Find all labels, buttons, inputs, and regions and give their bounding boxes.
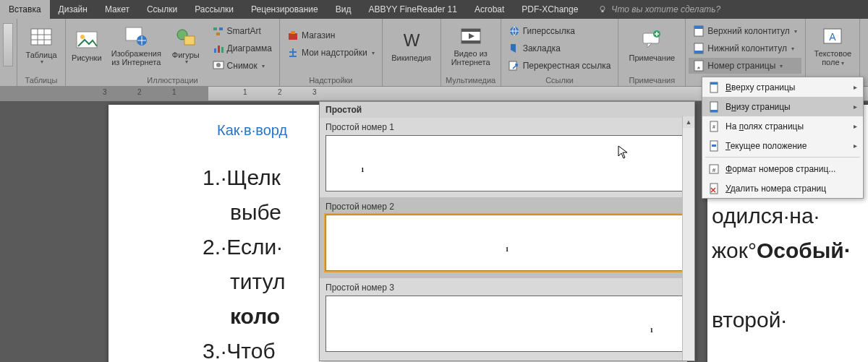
svg-rect-15 (216, 33, 220, 35)
online-pictures-button[interactable]: Изображения из Интернета (109, 20, 163, 71)
pages-sliver-icon[interactable] (3, 23, 13, 66)
svg-rect-21 (289, 33, 297, 40)
tab-acrobat[interactable]: Acrobat (466, 0, 513, 19)
comment-icon (640, 29, 663, 52)
format-icon: # (708, 163, 720, 175)
submenu-arrow-icon: ▸ (854, 83, 857, 91)
tell-me-search[interactable]: Что вы хотите сделать? (598, 4, 720, 14)
lightbulb-icon (598, 5, 607, 14)
online-picture-icon (124, 25, 148, 48)
menu-bottom-of-page[interactable]: Внизу страницы ▸ (702, 97, 863, 116)
group-pages-sliver (0, 19, 17, 86)
menu-page-margins[interactable]: # На полях страницы ▸ (702, 116, 863, 136)
bookmark-button[interactable]: Закладка (504, 40, 616, 56)
svg-rect-26 (461, 40, 480, 43)
gallery-item-1[interactable]: Простой номер 1 1 (320, 118, 694, 191)
gallery-item-3[interactable]: Простой номер 3 1 (320, 278, 694, 352)
header-button[interactable]: Верхний колонтитул▾ (689, 23, 801, 39)
svg-marker-32 (647, 43, 652, 48)
page-bottom-icon (708, 101, 720, 113)
page-number-button[interactable]: # Номер страницы▾ (689, 58, 801, 74)
gallery-item-2[interactable]: Простой номер 2 1 (320, 197, 694, 278)
smartart-icon (213, 25, 224, 37)
tab-mailings[interactable]: Рассылки (186, 0, 242, 19)
dropdown-icon: ▾ (185, 59, 188, 66)
menu-remove-page-numbers[interactable]: Удалить номера страниц (702, 178, 863, 198)
page-margin-icon: # (708, 121, 720, 132)
tab-abbyy[interactable]: ABBYY FineReader 11 (359, 0, 466, 19)
svg-point-20 (216, 63, 221, 67)
dropdown-icon: ▾ (794, 28, 797, 35)
menu-format-page-numbers[interactable]: # Формат номеров страниц... (702, 159, 863, 178)
bookmark-icon (509, 43, 520, 54)
shapes-button[interactable]: Фигуры▾ (168, 20, 204, 71)
tab-view[interactable]: Вид (327, 0, 360, 19)
tab-design[interactable]: Дизайн (50, 0, 96, 19)
doc-body-right: одился·на· жок°Особый· ¶ второй· (712, 199, 868, 337)
menu-top-of-page[interactable]: Вверху страницы ▸ (702, 77, 863, 97)
crossref-icon (509, 60, 520, 72)
svg-rect-37 (694, 51, 703, 53)
comment-button[interactable]: Примечание (621, 20, 682, 71)
group-comments: Примечание Примечания (618, 19, 686, 86)
footer-icon (693, 43, 705, 54)
chart-button[interactable]: Диаграмма (208, 40, 276, 56)
group-media-label: Мультимедиа (444, 74, 498, 86)
group-tables: Таблица▾ Таблицы (17, 19, 66, 86)
crossref-button[interactable]: Перекрестная ссылка (504, 58, 616, 74)
gallery-scrollbar[interactable]: ▲ (682, 116, 694, 361)
svg-text:W: W (403, 30, 420, 50)
table-icon (30, 26, 53, 49)
svg-text:#: # (712, 167, 716, 173)
wikipedia-button[interactable]: W Википедия (386, 20, 438, 71)
tab-pdfxchange[interactable]: PDF-XChange (513, 0, 587, 19)
svg-rect-43 (710, 82, 718, 85)
store-button[interactable]: Магазин (283, 27, 379, 43)
addins-icon (287, 47, 299, 59)
page-number-submenu: Вверху страницы ▸ Внизу страницы ▸ # На … (702, 77, 864, 199)
tab-layout[interactable]: Макет (96, 0, 138, 19)
svg-rect-18 (221, 47, 224, 53)
svg-rect-22 (291, 31, 295, 34)
svg-rect-17 (218, 46, 220, 53)
page-number-gallery: Простой Простой номер 1 1 Простой номер … (319, 101, 695, 361)
smartart-button[interactable]: SmartArt (208, 23, 276, 39)
screenshot-icon (213, 60, 224, 72)
video-icon (459, 25, 482, 48)
header-icon (693, 25, 705, 37)
menu-current-position[interactable]: Текущее положение ▸ (702, 136, 863, 155)
group-illustrations: Рисунки Изображения из Интернета Фигуры▾… (66, 19, 280, 86)
group-illustrations-label: Иллюстрации (69, 74, 276, 86)
table-button[interactable]: Таблица▾ (20, 20, 62, 71)
submenu-arrow-icon: ▸ (854, 122, 857, 130)
submenu-arrow-icon: ▸ (854, 142, 857, 150)
my-addins-button[interactable]: Мои надстройки▾ (283, 45, 379, 61)
screenshot-button[interactable]: Снимок▾ (208, 58, 276, 74)
remove-icon (708, 183, 720, 194)
gallery-preview-1: 1 (326, 135, 689, 191)
textbox-button[interactable]: A Текстовое поле▾ (809, 20, 856, 71)
pictures-button[interactable]: Рисунки (69, 20, 105, 71)
scroll-up-icon[interactable]: ▲ (683, 116, 694, 128)
svg-rect-12 (184, 36, 195, 45)
group-addins-label: Надстройки (283, 74, 379, 86)
dropdown-icon: ▾ (41, 59, 43, 66)
group-tables-label: Таблицы (20, 74, 62, 86)
svg-rect-25 (461, 29, 480, 32)
hyperlink-icon (509, 25, 520, 37)
online-video-button[interactable]: Видео из Интернета (444, 20, 498, 71)
svg-rect-14 (219, 27, 223, 30)
footer-button[interactable]: Нижний колонтитул▾ (689, 40, 801, 56)
menu-separator (705, 157, 860, 158)
tell-me-placeholder: Что вы хотите сделать? (611, 4, 720, 14)
dropdown-icon: ▾ (841, 60, 844, 66)
page-number-icon: # (693, 60, 705, 72)
tab-review[interactable]: Рецензирование (242, 0, 327, 19)
svg-rect-45 (710, 110, 718, 112)
textbox-icon: A (821, 25, 844, 48)
submenu-arrow-icon: ▸ (854, 103, 857, 111)
tab-references[interactable]: Ссылки (138, 0, 186, 19)
hyperlink-button[interactable]: Гиперссылка (504, 23, 616, 39)
group-links-label: Ссылки (504, 74, 616, 86)
tab-insert[interactable]: Вставка (0, 0, 50, 19)
